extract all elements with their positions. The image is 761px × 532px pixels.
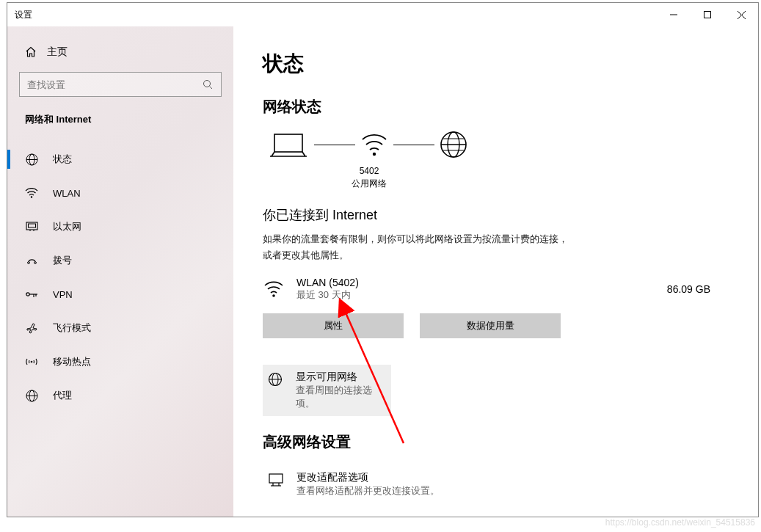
sidebar-item-label: 移动热点 <box>53 355 91 368</box>
main-content: 状态 网络状态 5402 公用网络 <box>233 26 758 517</box>
window-title: 设置 <box>15 9 32 21</box>
dialup-icon <box>25 255 38 266</box>
adapter-icon <box>267 473 285 487</box>
data-usage-button[interactable]: 数据使用量 <box>420 313 561 338</box>
svg-point-16 <box>26 293 29 296</box>
airplane-icon <box>25 322 38 335</box>
proxy-icon <box>25 390 38 402</box>
sidebar-item-label: 代理 <box>53 389 72 402</box>
sidebar-item-ethernet[interactable]: 以太网 <box>7 210 233 244</box>
home-label: 主页 <box>47 45 68 59</box>
sidebar-item-label: 拨号 <box>53 254 72 267</box>
connection-usage: 86.09 GB <box>667 283 710 295</box>
option-title: 更改适配器选项 <box>296 471 440 484</box>
connection-row: WLAN (5402) 最近 30 天内 86.09 GB <box>263 277 729 302</box>
sidebar-item-dialup[interactable]: 拨号 <box>7 244 233 277</box>
section-network-status: 网络状态 <box>263 97 729 117</box>
svg-point-25 <box>373 153 376 156</box>
svg-point-14 <box>27 262 29 264</box>
svg-point-20 <box>31 361 33 363</box>
close-button[interactable] <box>724 3 758 26</box>
svg-rect-1 <box>704 12 711 18</box>
home-link[interactable]: 主页 <box>7 43 233 72</box>
network-diagram <box>267 130 729 159</box>
connection-sub: 最近 30 天内 <box>296 288 359 302</box>
sidebar-item-label: WLAN <box>53 188 81 199</box>
connected-title: 你已连接到 Internet <box>263 206 729 224</box>
watermark: https://blog.csdn.net/weixin_54515836 <box>605 517 755 528</box>
sidebar-item-status[interactable]: 状态 <box>7 142 233 176</box>
wifi-icon <box>263 280 285 298</box>
svg-rect-33 <box>269 474 283 483</box>
section-advanced: 高级网络设置 <box>263 432 729 452</box>
sidebar-item-label: 飞行模式 <box>53 321 91 335</box>
sidebar-category: 网络和 Internet <box>7 113 233 142</box>
sidebar: 主页 网络和 Internet 状态 WLAN <box>7 26 233 517</box>
sidebar-item-proxy[interactable]: 代理 <box>7 379 233 412</box>
sidebar-item-wlan[interactable]: WLAN <box>7 176 233 210</box>
sidebar-item-airplane[interactable]: 飞行模式 <box>7 311 233 345</box>
wifi-icon <box>25 188 38 198</box>
adapter-options-link[interactable]: 更改适配器选项 查看网络适配器并更改连接设置。 <box>263 465 729 503</box>
svg-point-9 <box>31 196 32 197</box>
properties-button[interactable]: 属性 <box>263 313 404 338</box>
show-networks-option[interactable]: 显示可用网络 查看周围的连接选项。 <box>263 365 391 416</box>
search-box[interactable] <box>19 72 222 97</box>
search-input[interactable] <box>27 79 186 90</box>
hotspot-icon <box>25 357 38 367</box>
diagram-caption: 5402 公用网络 <box>336 165 402 190</box>
laptop-icon <box>267 130 310 159</box>
sidebar-item-label: 以太网 <box>53 220 81 233</box>
sidebar-item-label: VPN <box>53 289 73 300</box>
globe-icon <box>439 130 468 159</box>
home-icon <box>25 46 37 58</box>
option-title: 显示可用网络 <box>296 371 387 384</box>
option-sub: 查看周围的连接选项。 <box>296 384 387 410</box>
svg-point-15 <box>34 262 36 264</box>
svg-point-4 <box>204 80 211 87</box>
globe-icon <box>267 372 284 387</box>
connected-desc: 如果你的流量套餐有限制，则你可以将此网络设置为按流量计费的连接，或者更改其他属性… <box>263 231 571 263</box>
page-title: 状态 <box>263 50 729 78</box>
sidebar-item-vpn[interactable]: VPN <box>7 277 233 311</box>
option-sub: 查看网络适配器并更改连接设置。 <box>296 484 440 498</box>
sidebar-item-hotspot[interactable]: 移动热点 <box>7 345 233 379</box>
svg-line-5 <box>210 86 213 89</box>
wifi-icon <box>360 132 389 157</box>
connection-name: WLAN (5402) <box>296 277 359 288</box>
svg-rect-24 <box>274 134 302 152</box>
maximize-button[interactable] <box>691 3 724 26</box>
titlebar: 设置 <box>7 3 758 26</box>
svg-rect-11 <box>28 224 35 227</box>
search-icon <box>203 79 214 90</box>
minimize-button[interactable] <box>657 3 691 26</box>
vpn-icon <box>25 290 38 299</box>
globe-icon <box>25 153 38 166</box>
ethernet-icon <box>25 222 38 232</box>
svg-point-29 <box>272 294 275 297</box>
sidebar-item-label: 状态 <box>53 153 72 166</box>
